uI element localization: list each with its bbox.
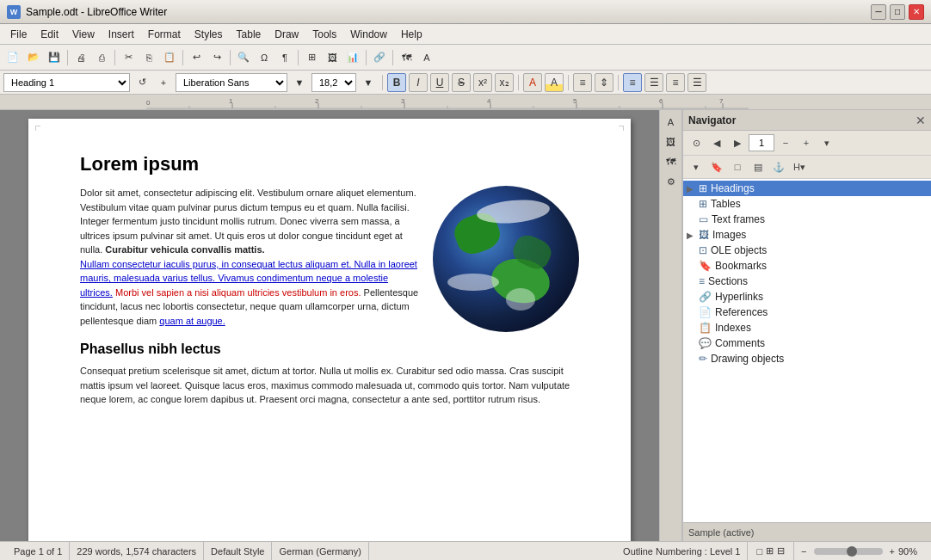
- document-area[interactable]: Lorem ipsum Dolor sit amet, consectetur …: [0, 110, 659, 541]
- navigator-button[interactable]: 🗺: [397, 48, 416, 67]
- nav-minus-btn[interactable]: −: [776, 133, 795, 152]
- menu-tools[interactable]: Tools: [305, 27, 343, 42]
- highlight-button[interactable]: A: [545, 73, 564, 92]
- undo-button[interactable]: ↩: [187, 48, 206, 67]
- nav-item-textframes[interactable]: ▭ Text frames: [683, 212, 931, 227]
- menu-styles[interactable]: Styles: [188, 27, 230, 42]
- nav-item-bookmarks[interactable]: 🔖 Bookmarks: [683, 258, 931, 274]
- navigator-close-button[interactable]: ✕: [916, 114, 926, 127]
- menu-file[interactable]: File: [3, 27, 34, 42]
- menu-insert[interactable]: Insert: [102, 27, 141, 42]
- nav-item-hyperlinks[interactable]: 🔗 Hyperlinks: [683, 289, 931, 305]
- zoom-out-btn[interactable]: −: [801, 546, 806, 557]
- superscript-button[interactable]: x²: [473, 73, 492, 92]
- nav-prev-btn[interactable]: ◀: [707, 133, 726, 152]
- nav-next-btn[interactable]: ▶: [728, 133, 747, 152]
- nav-item-drawing[interactable]: ✏ Drawing objects: [683, 351, 931, 366]
- nav-item-references[interactable]: 📄 References: [683, 305, 931, 320]
- menu-table[interactable]: Table: [230, 27, 268, 42]
- nav-toggle-btn[interactable]: ⊙: [687, 133, 706, 152]
- cut-button[interactable]: ✂: [119, 48, 138, 67]
- image-button[interactable]: 🖼: [323, 48, 342, 67]
- styles-button[interactable]: A: [417, 48, 436, 67]
- hyperlink-button[interactable]: 🔗: [370, 48, 389, 67]
- para-spacing-button[interactable]: ⇕: [595, 73, 613, 92]
- print-button[interactable]: ⎙: [92, 48, 111, 67]
- gallery-btn[interactable]: 🖼: [663, 133, 680, 151]
- menu-format[interactable]: Format: [141, 27, 188, 42]
- layout-icon2[interactable]: ⊞: [766, 545, 774, 557]
- zoom-slider[interactable]: [814, 548, 883, 555]
- navigator-side-btn[interactable]: 🗺: [663, 153, 680, 170]
- maximize-button[interactable]: □: [890, 4, 905, 20]
- corner-mark-tr: [619, 126, 624, 131]
- underline-button[interactable]: U: [430, 73, 449, 92]
- paste-button[interactable]: 📋: [160, 48, 179, 67]
- comments-icon: 💬: [699, 337, 712, 349]
- save-button[interactable]: 💾: [45, 48, 64, 67]
- nav-item-ole[interactable]: ⊡ OLE objects: [683, 243, 931, 258]
- nav-view1-btn[interactable]: □: [728, 157, 747, 176]
- copy-button[interactable]: ⎘: [139, 48, 158, 67]
- menu-help[interactable]: Help: [394, 27, 429, 42]
- strikethrough-button[interactable]: S: [452, 73, 471, 92]
- minimize-button[interactable]: ─: [871, 4, 886, 20]
- zoom-in-btn[interactable]: +: [890, 546, 895, 557]
- styles-panel-btn[interactable]: A: [663, 114, 680, 131]
- style-refresh-button[interactable]: ↺: [133, 73, 151, 92]
- menu-view[interactable]: View: [65, 27, 102, 42]
- redo-button[interactable]: ↪: [207, 48, 226, 67]
- align-right-button[interactable]: ≡: [666, 73, 685, 92]
- menu-draw[interactable]: Draw: [268, 27, 305, 42]
- table-button[interactable]: ⊞: [302, 48, 321, 67]
- bold-button[interactable]: B: [387, 73, 406, 92]
- nav-menu-btn[interactable]: ▾: [817, 133, 836, 152]
- nav-item-headings[interactable]: ▶ ⊞ Headings: [683, 181, 931, 196]
- nav-plus-btn[interactable]: +: [797, 133, 816, 152]
- para1-link[interactable]: quam at augue.: [159, 316, 225, 326]
- font-color-button[interactable]: A: [523, 73, 542, 92]
- chart-button[interactable]: 📊: [343, 48, 362, 67]
- font-name-select[interactable]: Liberation Sans Arial: [176, 73, 287, 92]
- nav-heading-btn[interactable]: H▾: [790, 157, 809, 176]
- nonprint-button[interactable]: ¶: [275, 48, 294, 67]
- nav-item-tables[interactable]: ⊞ Tables: [683, 196, 931, 212]
- size-dropdown-btn[interactable]: ▼: [359, 73, 378, 92]
- images-arrow: ▶: [687, 231, 699, 240]
- nav-filter-btn[interactable]: ▾: [687, 157, 706, 176]
- align-justify-button[interactable]: ☰: [687, 73, 706, 92]
- properties-btn[interactable]: ⚙: [663, 173, 680, 190]
- menu-window[interactable]: Window: [343, 27, 394, 42]
- open-button[interactable]: 📂: [24, 48, 43, 67]
- nav-anchor-btn[interactable]: ⚓: [769, 157, 788, 176]
- subscript-button[interactable]: x₂: [495, 73, 514, 92]
- menubar: File Edit View Insert Format Styles Tabl…: [0, 24, 931, 45]
- nav-item-images[interactable]: ▶ 🖼 Images: [683, 227, 931, 243]
- new-button[interactable]: 📄: [3, 48, 22, 67]
- find-button[interactable]: 🔍: [234, 48, 253, 67]
- font-size-select[interactable]: 18,2 12 14: [311, 73, 356, 92]
- ruler: 0 1 2 3 4 5 6 7: [0, 95, 931, 110]
- italic-button[interactable]: I: [409, 73, 428, 92]
- align-left-button[interactable]: ≡: [623, 73, 642, 92]
- nav-item-comments[interactable]: 💬 Comments: [683, 335, 931, 351]
- nav-item-sections[interactable]: ≡ Sections: [683, 274, 931, 289]
- menu-edit[interactable]: Edit: [34, 27, 65, 42]
- sections-icon: ≡: [699, 275, 705, 287]
- font-dropdown-btn[interactable]: ▼: [290, 73, 309, 92]
- line-spacing-button[interactable]: ≡: [573, 73, 592, 92]
- nav-bookmark-btn[interactable]: 🔖: [707, 157, 726, 176]
- print-preview-button[interactable]: 🖨: [71, 48, 90, 67]
- chars-button[interactable]: Ω: [255, 48, 274, 67]
- nav-item-indexes[interactable]: 📋 Indexes: [683, 320, 931, 335]
- nav-page-input[interactable]: 1: [749, 134, 774, 151]
- align-center-button[interactable]: ☰: [644, 73, 663, 92]
- nav-view2-btn[interactable]: ▤: [749, 157, 768, 176]
- layout-icon3[interactable]: ⊟: [777, 545, 785, 557]
- close-button[interactable]: ✕: [909, 4, 924, 20]
- paragraph-style-select[interactable]: Heading 1 Default Paragraph Style Headin…: [3, 73, 130, 92]
- right-side-icons: A 🖼 🗺 ⚙: [659, 110, 681, 541]
- style-add-button[interactable]: +: [154, 73, 173, 92]
- bookmarks-icon: 🔖: [699, 260, 712, 272]
- layout-icon1[interactable]: □: [756, 546, 762, 557]
